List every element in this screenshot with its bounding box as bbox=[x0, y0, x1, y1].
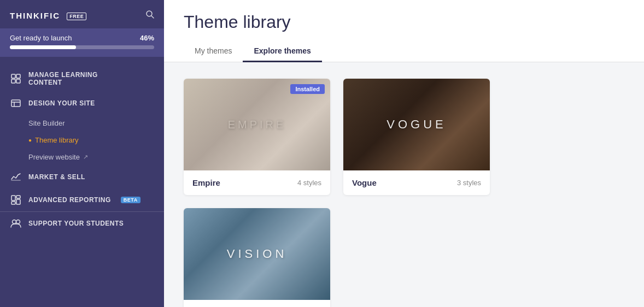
manage-learning-label: MANAGE LEARNINGCONTENT bbox=[28, 71, 98, 86]
empire-name: Empire bbox=[192, 178, 220, 187]
support-icon bbox=[10, 217, 22, 229]
theme-vogue-info: Vogue 3 styles bbox=[343, 170, 490, 195]
tabs: My themes Explore themes bbox=[184, 41, 624, 62]
svg-rect-5 bbox=[16, 79, 20, 83]
empire-styles: 4 styles bbox=[297, 179, 321, 187]
theme-vision-image: VISION bbox=[184, 208, 330, 300]
theme-library-label: Theme library bbox=[35, 136, 78, 144]
progress-fill bbox=[10, 45, 76, 49]
installed-badge: Installed bbox=[290, 84, 325, 94]
theme-card-vogue[interactable]: VOGUE Vogue 3 styles bbox=[343, 79, 490, 195]
vision-overlay-text: VISION bbox=[227, 247, 288, 261]
vogue-name: Vogue bbox=[352, 178, 377, 187]
svg-rect-12 bbox=[11, 202, 15, 204]
plan-badge: FREE bbox=[67, 13, 86, 20]
sidebar-item-support-students[interactable]: SUPPORT YOUR STUDENTS bbox=[0, 211, 164, 235]
sidebar: THINKIFIC FREE Get ready to launch 46% bbox=[0, 0, 164, 307]
svg-point-15 bbox=[16, 220, 20, 224]
tab-explore-themes[interactable]: Explore themes bbox=[243, 41, 321, 62]
sidebar-item-advanced-reporting[interactable]: ADVANCED REPORTING BETA bbox=[0, 188, 164, 211]
nav-section: MANAGE LEARNINGCONTENT DESIGN YOUR SITE … bbox=[0, 57, 164, 239]
theme-empire-image: EMPIRE Installed bbox=[184, 79, 330, 170]
svg-rect-11 bbox=[16, 196, 20, 198]
report-icon bbox=[10, 194, 22, 206]
sub-item-preview-website[interactable]: Preview website ↗ bbox=[0, 149, 164, 166]
main-content: Theme library My themes Explore themes E… bbox=[164, 0, 644, 307]
svg-rect-3 bbox=[16, 74, 20, 78]
empire-overlay-text: EMPIRE bbox=[228, 119, 286, 131]
themes-grid: EMPIRE Installed Empire 4 styles VOGUE bbox=[184, 79, 624, 307]
tab-my-themes[interactable]: My themes bbox=[184, 41, 243, 62]
vogue-overlay-text: VOGUE bbox=[387, 117, 446, 132]
svg-point-14 bbox=[13, 220, 16, 224]
design-site-label: DESIGN YOUR SITE bbox=[28, 99, 95, 107]
svg-rect-10 bbox=[11, 196, 15, 200]
theme-empire-info: Empire 4 styles bbox=[184, 170, 330, 195]
sidebar-item-market-sell[interactable]: MARKET & SELL bbox=[0, 166, 164, 188]
svg-rect-13 bbox=[16, 199, 20, 204]
launch-progress-section: Get ready to launch 46% bbox=[0, 28, 164, 57]
external-link-icon: ↗ bbox=[83, 154, 88, 161]
main-body: EMPIRE Installed Empire 4 styles VOGUE bbox=[164, 62, 644, 307]
site-builder-label: Site Builder bbox=[28, 119, 65, 127]
beta-badge: BETA bbox=[121, 197, 140, 203]
theme-vision-info: Vision 3 styles bbox=[184, 300, 330, 307]
main-header: Theme library My themes Explore themes bbox=[164, 0, 644, 62]
launch-percent: 46% bbox=[140, 34, 154, 42]
sidebar-header: THINKIFIC FREE bbox=[0, 0, 164, 28]
page-title: Theme library bbox=[184, 12, 624, 32]
vogue-styles: 3 styles bbox=[457, 179, 481, 187]
sub-item-site-builder[interactable]: Site Builder bbox=[0, 115, 164, 132]
advanced-reporting-label: ADVANCED REPORTING bbox=[28, 196, 111, 204]
preview-website-label: Preview website bbox=[28, 153, 80, 161]
svg-rect-9 bbox=[11, 180, 21, 181]
sidebar-item-manage-learning[interactable]: MANAGE LEARNINGCONTENT bbox=[0, 66, 164, 92]
sidebar-item-design-site[interactable]: DESIGN YOUR SITE bbox=[0, 92, 164, 115]
market-sell-label: MARKET & SELL bbox=[28, 173, 85, 181]
app-logo: THINKIFIC FREE bbox=[10, 11, 86, 20]
design-icon bbox=[10, 97, 22, 109]
theme-vogue-image: VOGUE bbox=[343, 79, 490, 170]
svg-rect-4 bbox=[11, 79, 15, 83]
search-button[interactable] bbox=[145, 10, 154, 21]
active-dot: ● bbox=[28, 137, 32, 143]
support-students-label: SUPPORT YOUR STUDENTS bbox=[28, 220, 124, 227]
theme-card-vision[interactable]: VISION Vision 3 styles bbox=[184, 208, 330, 307]
svg-rect-2 bbox=[11, 74, 15, 78]
market-icon bbox=[10, 171, 22, 183]
grid-icon bbox=[10, 73, 22, 85]
sub-item-theme-library[interactable]: ● Theme library bbox=[0, 132, 164, 149]
svg-line-1 bbox=[151, 16, 154, 18]
progress-track bbox=[10, 45, 154, 49]
theme-card-empire[interactable]: EMPIRE Installed Empire 4 styles bbox=[184, 79, 330, 195]
launch-label: Get ready to launch bbox=[10, 34, 72, 42]
svg-rect-6 bbox=[11, 100, 20, 107]
